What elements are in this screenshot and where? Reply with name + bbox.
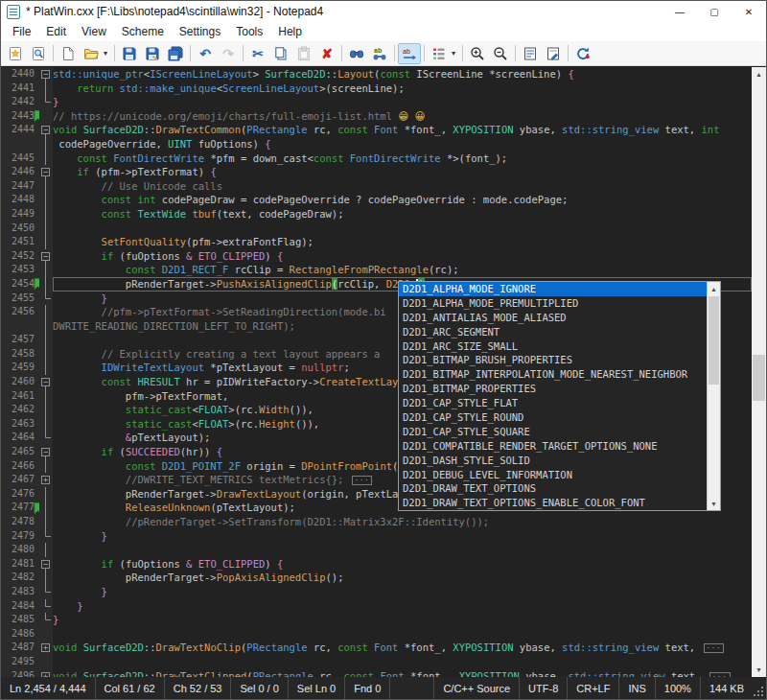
fold-collapse-icon[interactable] bbox=[39, 557, 53, 572]
save-as-button[interactable] bbox=[141, 43, 164, 64]
fold-collapse-icon[interactable] bbox=[39, 249, 53, 264]
replace-button[interactable]: ab bbox=[368, 43, 391, 64]
menu-scheme[interactable]: Scheme bbox=[114, 23, 172, 40]
code-line[interactable]: 2444void SurfaceD2D::DrawTextCommon(PRec… bbox=[1, 123, 752, 137]
browse-favorites-button[interactable] bbox=[27, 43, 50, 64]
reload-button[interactable] bbox=[571, 43, 594, 64]
autocomplete-item[interactable]: D2D1_DEBUG_LEVEL_INFORMATION bbox=[399, 468, 707, 482]
word-wrap-button[interactable]: ab bbox=[398, 43, 421, 64]
menu-settings[interactable]: Settings bbox=[172, 23, 228, 40]
autocomplete-item[interactable]: D2D1_ARC_SIZE_SMALL bbox=[399, 339, 707, 354]
open-file-dropdown-arrow-icon[interactable]: ▾ bbox=[104, 49, 111, 58]
zoom-in-button[interactable] bbox=[466, 43, 489, 64]
line-number[interactable]: 2444 bbox=[1, 123, 39, 137]
line-number[interactable]: 2464 bbox=[1, 431, 39, 445]
code-line[interactable]: codePageOverride, UINT fuOptions) { bbox=[1, 137, 752, 152]
autocomplete-item[interactable]: D2D1_BITMAP_BRUSH_PROPERTIES bbox=[399, 353, 707, 367]
code-line[interactable]: 2484 } bbox=[1, 599, 752, 614]
code-line[interactable]: 2483 } bbox=[1, 585, 752, 599]
line-number[interactable]: 2496 bbox=[1, 669, 39, 677]
code-line[interactable]: 2478 //pRenderTarget->SetTransform(D2D1:… bbox=[1, 515, 752, 529]
line-number[interactable]: 2443 bbox=[1, 109, 39, 124]
code-line[interactable]: 2443// https://unicode.org/emoji/charts/… bbox=[1, 109, 752, 124]
code-line[interactable]: 2441 return std::make_unique<ScreenLineL… bbox=[1, 82, 752, 96]
autocomplete-item[interactable]: D2D1_COMPATIBLE_RENDER_TARGET_OPTIONS_NO… bbox=[399, 439, 707, 454]
autocomplete-item[interactable]: D2D1_ANTIALIAS_MODE_ALIASED bbox=[399, 311, 707, 325]
autocomplete-item[interactable]: D2D1_DRAW_TEXT_OPTIONS_ENABLE_COLOR_FONT bbox=[399, 496, 707, 510]
status-line-ending[interactable]: CR+LF bbox=[567, 677, 618, 699]
line-number[interactable]: 2451 bbox=[1, 235, 39, 249]
fold-collapse-icon[interactable] bbox=[39, 445, 53, 459]
zoom-out-button[interactable] bbox=[489, 43, 512, 64]
line-number[interactable]: 2495 bbox=[1, 655, 39, 669]
code-line[interactable]: 2480 bbox=[1, 543, 752, 557]
save-button[interactable] bbox=[118, 43, 141, 64]
code-line[interactable]: 2445 const FontDirectWrite *pfm = down_c… bbox=[1, 152, 752, 166]
code-line[interactable]: 2450 bbox=[1, 222, 752, 236]
line-number[interactable]: 2453 bbox=[1, 263, 39, 277]
menu-help[interactable]: Help bbox=[270, 23, 310, 40]
autocomplete-item[interactable]: D2D1_CAP_STYLE_SQUARE bbox=[399, 425, 707, 439]
favorites-button[interactable] bbox=[4, 43, 27, 64]
scroll-down-arrow-icon[interactable]: ▼ bbox=[752, 663, 766, 677]
editor-scrollbar-thumb[interactable] bbox=[753, 355, 765, 401]
code-line[interactable]: 2482 pRenderTarget->PopAxisAlignedClip()… bbox=[1, 571, 752, 585]
status-line-col[interactable]: Ln 2,454 / 4,444 bbox=[1, 677, 96, 699]
undo-button[interactable]: ↶ bbox=[194, 43, 217, 64]
save-all-button[interactable] bbox=[164, 43, 187, 64]
line-number[interactable]: 2455 bbox=[1, 292, 39, 306]
line-number[interactable]: 2450 bbox=[1, 222, 39, 236]
autocomplete-item[interactable]: D2D1_BITMAP_INTERPOLATION_MODE_NEAREST_N… bbox=[399, 367, 707, 382]
code-line[interactable]: 2452 if (fuOptions & ETO_CLIPPED) { bbox=[1, 249, 752, 264]
code-line[interactable]: 2440std::unique_ptr<IScreenLineLayout> S… bbox=[1, 67, 752, 82]
code-line[interactable]: 2485} bbox=[1, 613, 752, 627]
status-character[interactable]: Ch 52 / 53 bbox=[165, 677, 232, 699]
status-encoding[interactable]: UTF-8 bbox=[519, 677, 567, 699]
line-number[interactable]: 2466 bbox=[1, 459, 39, 474]
line-number[interactable]: 2463 bbox=[1, 417, 39, 432]
line-number[interactable]: 2477 bbox=[1, 501, 39, 515]
line-number[interactable]: 2482 bbox=[1, 571, 39, 585]
line-number[interactable]: 2440 bbox=[1, 67, 39, 82]
fold-expand-icon[interactable] bbox=[39, 641, 53, 655]
minimize-button[interactable]: — bbox=[662, 1, 697, 22]
autocomplete-item[interactable]: D2D1_DASH_STYLE_SOLID bbox=[399, 454, 707, 468]
new-file-button[interactable] bbox=[57, 43, 80, 64]
fold-expand-icon[interactable] bbox=[39, 473, 53, 487]
autocomplete-item[interactable]: D2D1_ALPHA_MODE_IGNORE bbox=[399, 282, 707, 296]
line-number[interactable]: 2486 bbox=[1, 627, 39, 642]
line-number[interactable]: 2447 bbox=[1, 179, 39, 194]
scroll-up-arrow-icon[interactable]: ▲ bbox=[752, 67, 766, 82]
autocomplete-item[interactable]: D2D1_CAP_STYLE_FLAT bbox=[399, 396, 707, 410]
status-zoom-level[interactable]: 100% bbox=[655, 677, 700, 699]
line-number[interactable]: 2484 bbox=[1, 599, 39, 614]
select-scheme-button[interactable] bbox=[428, 43, 451, 64]
autocomplete-item[interactable]: D2D1_ARC_SEGMENT bbox=[399, 325, 707, 339]
code-line[interactable]: 2442} bbox=[1, 95, 752, 109]
maximize-button[interactable]: ▢ bbox=[697, 1, 732, 22]
line-number[interactable]: 2445 bbox=[1, 152, 39, 166]
line-number[interactable]: 2454 bbox=[1, 277, 39, 292]
menu-file[interactable]: File bbox=[5, 23, 38, 40]
code-line[interactable]: 2496void SurfaceD2D::DrawTextClipped(PRe… bbox=[1, 669, 752, 677]
line-number[interactable]: 2481 bbox=[1, 557, 39, 572]
copy-button[interactable] bbox=[269, 43, 292, 64]
autocomplete-item[interactable]: D2D1_BITMAP_PROPERTIES bbox=[399, 382, 707, 396]
autocomplete-scroll-down-icon[interactable]: ▼ bbox=[708, 497, 720, 510]
status-found-count[interactable]: Fnd 0 bbox=[345, 677, 390, 699]
line-number[interactable]: 2441 bbox=[1, 82, 39, 96]
find-button[interactable] bbox=[345, 43, 368, 64]
code-line[interactable]: 2495 bbox=[1, 655, 752, 669]
code-line[interactable]: 2481 if (fuOptions & ETO_CLIPPED) { bbox=[1, 557, 752, 572]
line-number[interactable]: 2465 bbox=[1, 445, 39, 459]
autocomplete-item[interactable]: D2D1_CAP_STYLE_ROUND bbox=[399, 410, 707, 425]
resize-grip[interactable] bbox=[753, 677, 766, 699]
line-number[interactable]: 2460 bbox=[1, 375, 39, 389]
autocomplete-item[interactable]: D2D1_ALPHA_MODE_PREMULTIPLIED bbox=[399, 296, 707, 311]
autocomplete-item[interactable]: D2D1_DRAW_TEXT_OPTIONS bbox=[399, 481, 707, 496]
line-number[interactable]: 2449 bbox=[1, 207, 39, 222]
code-line[interactable]: 2446 if (pfm->pTextFormat) { bbox=[1, 165, 752, 179]
code-line[interactable]: 2451 SetFontQuality(pfm->extraFontFlag); bbox=[1, 235, 752, 249]
line-number[interactable]: 2448 bbox=[1, 193, 39, 207]
code-line[interactable]: 2479 } bbox=[1, 529, 752, 544]
